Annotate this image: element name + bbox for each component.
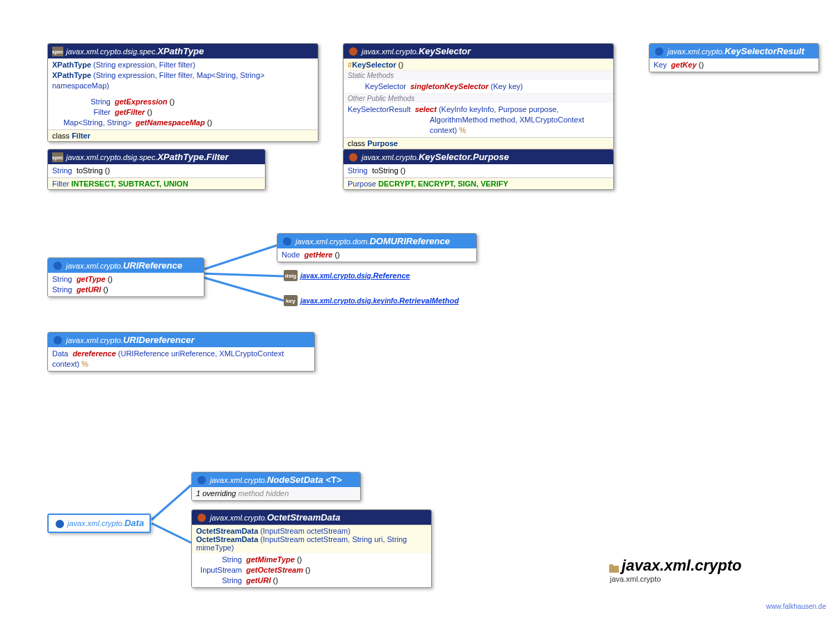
svg-point-9 [349,47,357,56]
section-public: Other Public Methods [344,93,613,103]
svg-line-4 [152,523,191,543]
interface-icon [52,335,63,345]
svg-point-13 [283,237,291,246]
class-box-octetstreamdata: javax.xml.crypto.OctetStreamData OctetSt… [191,509,432,588]
class-header: javax.xml.crypto.KeySelector [344,44,613,58]
class-header: javax.xml.crypto.NodeSetData <T> [192,472,360,487]
interface-icon [52,261,63,271]
svg-point-10 [349,153,357,161]
class-box-uridereferencer: javax.xml.crypto.URIDereferencer Data de… [47,332,315,372]
package-label: javax.xml.crypto.dsig.spec. [66,47,157,56]
class-header: javax.xml.crypto.KeySelectorResult [649,44,818,58]
section-static: Static Methods [344,70,613,80]
interface-icon [282,237,293,246]
watermark[interactable]: www.falkhausen.de [766,603,826,610]
svg-line-1 [202,273,284,276]
class-box-purpose: javax.xml.crypto.KeySelector.Purpose Str… [343,149,614,190]
ref-link-key-retrievalmethod[interactable]: key javax.xml.crypto.dsig.keyinfo.Retrie… [284,295,459,306]
dsig-badge-icon: dsig [284,270,298,281]
class-header: javax.xml.crypto.dom.DOMURIReference [277,234,476,248]
class-header: spec javax.xml.crypto.dsig.spec.XPathTyp… [48,44,318,58]
class-body: XPathType (String expression, Filter fil… [48,58,318,129]
svg-point-16 [197,476,206,484]
svg-line-2 [202,277,284,301]
key-badge-icon: key [284,295,298,306]
diagram-title: javax.xml.crypto java.xml.crypto [608,557,742,583]
class-icon [348,47,359,56]
spec-icon: spec [52,152,63,162]
svg-point-15 [56,520,64,528]
class-box-domurireference: javax.xml.crypto.dom.DOMURIReference Nod… [277,233,477,262]
svg-rect-18 [609,566,619,573]
class-header: javax.xml.crypto.URIDereferencer [48,333,314,347]
svg-rect-19 [609,564,613,566]
class-name[interactable]: XPathType [157,46,204,56]
class-header: spec javax.xml.crypto.dsig.spec.XPathTyp… [48,150,265,164]
ref-link-dsig-reference[interactable]: dsig javax.xml.crypto.dsig.Reference [284,270,410,281]
svg-text:spec: spec [52,49,63,55]
class-box-data[interactable]: javax.xml.crypto.Data [47,514,151,533]
package-icon [608,564,620,573]
svg-point-12 [54,262,62,270]
interface-icon [196,475,207,485]
class-box-keyselector: javax.xml.crypto.KeySelector #KeySelecto… [343,43,614,150]
interface-icon [654,47,665,56]
class-box-xpathtype: spec javax.xml.crypto.dsig.spec.XPathTyp… [47,43,318,142]
svg-point-17 [197,514,206,522]
svg-line-0 [202,245,278,270]
spec-icon: spec [52,47,63,56]
inner-class-row: class Filter [48,129,318,141]
interface-icon [54,519,65,529]
class-header: javax.xml.crypto.URIReference [48,258,204,273]
class-header: javax.xml.crypto.KeySelector.Purpose [344,150,613,164]
class-box-keyselectorresult: javax.xml.crypto.KeySelectorResult Key g… [649,43,819,72]
class-box-nodesetdata: javax.xml.crypto.NodeSetData <T> 1 overr… [191,472,361,501]
class-header: javax.xml.crypto.OctetStreamData [192,510,431,525]
class-box-urireference: javax.xml.crypto.URIReference String get… [47,257,204,297]
class-icon [196,513,207,523]
svg-point-14 [54,336,62,344]
class-box-xpathtype-filter: spec javax.xml.crypto.dsig.spec.XPathTyp… [47,149,266,190]
class-icon [348,152,359,162]
svg-text:spec: spec [52,155,63,161]
svg-line-3 [152,485,191,520]
svg-point-11 [655,47,663,56]
